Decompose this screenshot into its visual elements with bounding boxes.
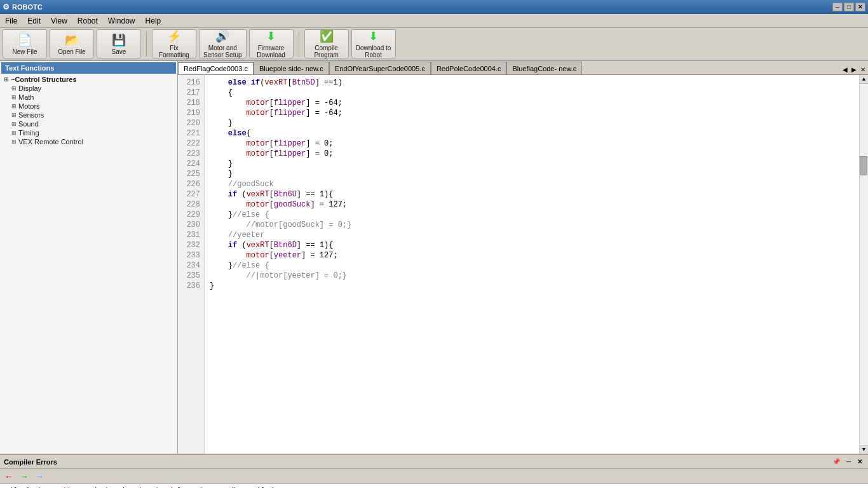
tab-endofyear[interactable]: EndOfYearSuperCode0005.c [329, 62, 431, 74]
sidebar-label: Math [18, 93, 34, 101]
toolbar: 📄 New File 📂 Open File 💾 Save ⚡ FixForma… [0, 28, 868, 61]
motor-sensor-button[interactable]: 🔊 Motor andSensor Setup [199, 29, 247, 58]
sidebar-header: Text Functions [1, 62, 176, 74]
sidebar-item-control-structures[interactable]: ⊞ ~Control Structures [1, 75, 176, 84]
scrollbar-track[interactable] [860, 84, 868, 445]
expand-icon: ⊞ [11, 139, 17, 145]
firmware-label: FirmwareDownload [257, 44, 285, 58]
sidebar-label: Timing [18, 129, 39, 137]
new-file-icon: 📄 [18, 33, 32, 47]
fix-label: FixFormatting [159, 44, 189, 58]
menu-edit[interactable]: Edit [22, 15, 46, 27]
maximize-button[interactable]: □ [844, 3, 854, 11]
compiler-header: Compiler Errors 📌 ─ ✕ [0, 455, 868, 469]
sidebar-item-sensors[interactable]: ⊞ Sensors [9, 111, 176, 119]
sidebar-label: Sound [18, 120, 39, 128]
tab-label: BlueflagCode- new.c [512, 65, 576, 72]
tab-redpole[interactable]: RedPoleCode0004.c [431, 62, 507, 74]
tab-prev-button[interactable]: ◀ [841, 65, 849, 74]
menu-file[interactable]: File [0, 15, 22, 27]
compiler-header-controls: 📌 ─ ✕ [831, 458, 864, 466]
download-icon: ⬇ [369, 29, 378, 43]
compiler-prev-error-button[interactable]: ← [3, 471, 15, 482]
fix-formatting-button[interactable]: ⚡ FixFormatting [152, 29, 196, 58]
tab-next-button[interactable]: ▶ [850, 65, 858, 74]
expand-icon: ⊞ [11, 103, 17, 109]
menubar: File Edit View Robot Window Help [0, 14, 868, 28]
menu-robot[interactable]: Robot [72, 15, 103, 27]
sidebar-label: Motors [18, 102, 40, 110]
main-area: Text Functions ⊞ ~Control Structures ⊞ D… [0, 61, 868, 454]
expand-icon: ⊞ [11, 94, 17, 100]
sidebar-label: VEX Remote Control [18, 138, 83, 146]
app-icon: ⚙ [3, 3, 10, 11]
save-button[interactable]: 💾 Save [97, 29, 141, 58]
code-content[interactable]: else if(vexRT[Btn5D] ==1) { motor[flippe… [205, 75, 859, 454]
expand-icon: ⊞ [11, 121, 17, 127]
sidebar-item-motors[interactable]: ⊞ Motors [9, 102, 176, 111]
code-editor[interactable]: 216 217 218 219 220 221 222 223 224 225 … [178, 75, 868, 454]
sidebar-item-math[interactable]: ⊞ Math [9, 93, 176, 102]
sidebar-label: Sensors [18, 111, 44, 119]
sidebar: Text Functions ⊞ ~Control Structures ⊞ D… [0, 61, 178, 454]
expand-icon: ⊞ [11, 85, 17, 92]
sidebar-item-vex-remote[interactable]: ⊞ VEX Remote Control [9, 137, 176, 146]
compiler-pin-button[interactable]: 📌 [831, 458, 842, 466]
expand-icon: ⊞ [11, 112, 17, 118]
tab-label: EndOfYearSuperCode0005.c [335, 65, 425, 72]
download-label: Download toRobot [356, 44, 391, 58]
tabs-nav: ◀ ▶ ✕ [840, 65, 868, 74]
compiler-minimize-button[interactable]: ─ [844, 458, 853, 466]
save-label: Save [112, 48, 126, 55]
compile-button[interactable]: ✅ CompileProgram [304, 29, 349, 58]
titlebar: ⚙ ROBOTC ─ □ ✕ [0, 0, 868, 14]
menu-view[interactable]: View [46, 15, 72, 27]
scroll-up-button[interactable]: ▲ [860, 75, 868, 84]
firmware-button[interactable]: ⬇ FirmwareDownload [249, 29, 294, 58]
sidebar-item-sound[interactable]: ⊞ Sound [9, 119, 176, 128]
tab-label: RedFlagCode0003.c [184, 65, 248, 72]
tab-label: Bluepole side- new.c [259, 65, 323, 72]
sidebar-item-display[interactable]: ⊞ Display [9, 84, 176, 93]
code-scrollbar[interactable]: ▲ ▼ [859, 75, 868, 454]
tab-blueflag[interactable]: BlueflagCode- new.c [506, 62, 582, 74]
compiler-close-button[interactable]: ✕ [855, 458, 864, 466]
compiler-toolbar: ← → → [0, 469, 868, 484]
close-button[interactable]: ✕ [855, 3, 865, 11]
toolbar-sep-2 [299, 31, 299, 57]
expand-icon: ⊞ [4, 76, 9, 83]
menu-window[interactable]: Window [103, 15, 140, 27]
minimize-button[interactable]: ─ [832, 3, 843, 11]
app-title: ROBOTC [12, 3, 43, 11]
compiler-next-error-button[interactable]: → [18, 471, 31, 482]
menu-help[interactable]: Help [140, 15, 166, 27]
open-file-button[interactable]: 📂 Open File [50, 29, 94, 58]
tab-close-button[interactable]: ✕ [859, 65, 867, 74]
scroll-down-button[interactable]: ▼ [860, 445, 868, 454]
compiler-panel: Compiler Errors 📌 ─ ✕ ← → → File "C:\Use… [0, 454, 868, 488]
save-icon: 💾 [112, 33, 126, 47]
compile-icon: ✅ [320, 29, 334, 43]
firmware-icon: ⬇ [266, 29, 276, 43]
tab-bluepole[interactable]: Bluepole side- new.c [254, 62, 329, 74]
sidebar-item-timing[interactable]: ⊞ Timing [9, 128, 176, 137]
motor-label: Motor andSensor Setup [203, 44, 242, 58]
editor-area: RedFlagCode0003.c Bluepole side- new.c E… [178, 61, 868, 454]
sidebar-label: Display [18, 85, 41, 92]
toolbar-sep-1 [146, 31, 147, 57]
compile-label: CompileProgram [314, 44, 338, 58]
titlebar-controls: ─ □ ✕ [832, 3, 865, 11]
tab-redflag[interactable]: RedFlagCode0003.c [178, 62, 254, 75]
motor-icon: 🔊 [215, 29, 229, 43]
compiler-title: Compiler Errors [4, 458, 57, 466]
line-numbers: 216 217 218 219 220 221 222 223 224 225 … [178, 75, 205, 454]
sidebar-label: ~Control Structures [11, 76, 77, 83]
titlebar-left: ⚙ ROBOTC [3, 3, 43, 11]
new-file-label: New File [13, 48, 37, 55]
download-robot-button[interactable]: ⬇ Download toRobot [351, 29, 396, 58]
scrollbar-thumb[interactable] [860, 156, 867, 175]
compiler-forward-button[interactable]: → [33, 471, 46, 482]
compiler-content: File "C:\Users\brewerj20\Desktop\ROB\Red… [0, 484, 868, 488]
new-file-button[interactable]: 📄 New File [3, 29, 47, 58]
open-file-icon: 📂 [65, 33, 79, 47]
